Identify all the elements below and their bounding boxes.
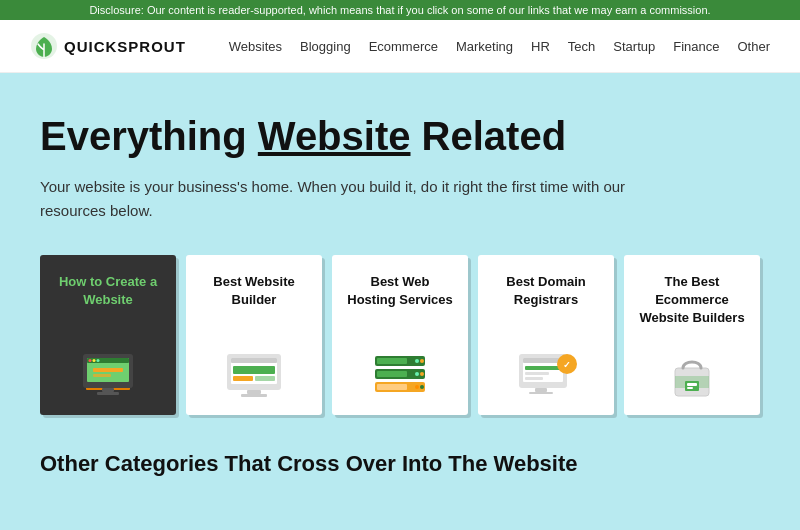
disclosure-text: Disclosure: Our content is reader-suppor… xyxy=(89,4,710,16)
hero-title-start: Everything xyxy=(40,114,258,158)
hero-subtitle: Your website is your business's home. Wh… xyxy=(40,175,680,223)
svg-rect-11 xyxy=(97,392,119,395)
svg-rect-20 xyxy=(233,376,253,381)
svg-rect-19 xyxy=(233,366,275,374)
nav: Websites Blogging Ecommerce Marketing HR… xyxy=(216,39,770,54)
hero-title: Everything Website Related xyxy=(40,113,760,159)
nav-startup[interactable]: Startup xyxy=(613,39,655,54)
card-best-website-builder[interactable]: Best Website Builder xyxy=(186,255,322,415)
svg-point-8 xyxy=(93,359,96,362)
nav-finance[interactable]: Finance xyxy=(673,39,719,54)
card-website-builder-icon xyxy=(219,346,289,401)
svg-rect-48 xyxy=(687,383,697,386)
svg-point-7 xyxy=(89,359,92,362)
svg-point-29 xyxy=(420,372,424,376)
svg-rect-16 xyxy=(231,358,277,363)
nav-hr[interactable]: HR xyxy=(531,39,550,54)
header: QUICKSPROUT Websites Blogging Ecommerce … xyxy=(0,20,800,73)
svg-point-24 xyxy=(415,359,419,363)
card-domain-icon: ✓ xyxy=(511,346,581,401)
nav-other[interactable]: Other xyxy=(737,39,770,54)
svg-point-28 xyxy=(415,372,419,376)
card-best-domain[interactable]: Best Domain Registrars ✓ xyxy=(478,255,614,415)
card-domain-title: Best Domain Registrars xyxy=(492,273,600,309)
svg-rect-49 xyxy=(687,387,693,389)
card-web-hosting-icon xyxy=(365,346,435,401)
svg-rect-13 xyxy=(93,374,111,377)
card-how-to-create[interactable]: How to Create a Website xyxy=(40,255,176,415)
svg-rect-31 xyxy=(377,384,407,390)
nav-marketing[interactable]: Marketing xyxy=(456,39,513,54)
card-website-builder-title: Best Website Builder xyxy=(200,273,308,309)
card-best-web-hosting[interactable]: Best Web Hosting Services xyxy=(332,255,468,415)
svg-point-25 xyxy=(420,359,424,363)
nav-ecommerce[interactable]: Ecommerce xyxy=(369,39,438,54)
nav-websites[interactable]: Websites xyxy=(229,39,282,54)
logo-text: QUICKSPROUT xyxy=(64,38,186,55)
nav-blogging[interactable]: Blogging xyxy=(300,39,351,54)
card-ecommerce-title: The Best Ecommerce Website Builders xyxy=(638,273,746,328)
hero-title-underline: Website xyxy=(258,114,411,158)
svg-point-32 xyxy=(415,385,419,389)
svg-rect-10 xyxy=(102,388,114,392)
svg-rect-21 xyxy=(255,376,275,381)
cards-row: How to Create a Website xyxy=(40,255,760,415)
nav-tech[interactable]: Tech xyxy=(568,39,595,54)
main-content: Everything Website Related Your website … xyxy=(0,73,800,507)
logo-icon xyxy=(30,32,58,60)
card-web-hosting-title: Best Web Hosting Services xyxy=(346,273,454,309)
svg-rect-41 xyxy=(525,377,543,380)
svg-point-33 xyxy=(420,385,424,389)
card-ecommerce-icon xyxy=(657,346,727,401)
svg-rect-40 xyxy=(525,372,549,375)
logo[interactable]: QUICKSPROUT xyxy=(30,32,186,60)
svg-point-9 xyxy=(97,359,100,362)
svg-rect-17 xyxy=(247,390,261,394)
disclosure-bar: Disclosure: Our content is reader-suppor… xyxy=(0,0,800,20)
svg-rect-23 xyxy=(377,358,407,364)
svg-rect-36 xyxy=(523,358,563,363)
svg-rect-37 xyxy=(535,388,547,392)
svg-rect-39 xyxy=(525,366,561,370)
card-best-ecommerce[interactable]: The Best Ecommerce Website Builders xyxy=(624,255,760,415)
svg-rect-12 xyxy=(93,368,123,372)
svg-rect-38 xyxy=(529,392,553,394)
card-how-to-create-icon xyxy=(73,346,143,401)
svg-text:✓: ✓ xyxy=(563,360,571,370)
svg-rect-27 xyxy=(377,371,407,377)
svg-rect-18 xyxy=(241,394,267,397)
bottom-heading: Other Categories That Cross Over Into Th… xyxy=(40,451,760,477)
hero-title-end: Related xyxy=(410,114,566,158)
card-how-to-create-title: How to Create a Website xyxy=(54,273,162,309)
